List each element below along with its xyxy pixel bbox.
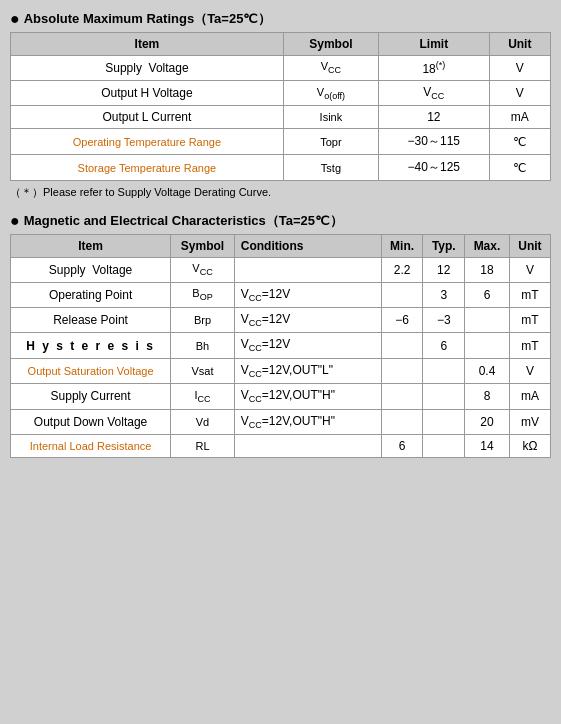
table2-header-conditions: Conditions xyxy=(234,235,381,258)
row2-symbol: Vo(off) xyxy=(283,81,378,106)
t2-row2-unit: mT xyxy=(509,282,550,307)
t2-row6-symbol: ICC xyxy=(171,384,235,409)
section1-title: ● Absolute Maximum Ratings（Ta=25℃） xyxy=(10,10,551,28)
section1-note: （＊）Please refer to Supply Voltage Derati… xyxy=(10,185,551,200)
t2-row2-max: 6 xyxy=(465,282,510,307)
row5-symbol: Tstg xyxy=(283,155,378,181)
table2-header-typ: Typ. xyxy=(423,235,465,258)
row2-item: Output H Voltage xyxy=(11,81,284,106)
t2-row2-cond: VCC=12V xyxy=(234,282,381,307)
table-row: Output H Voltage Vo(off) VCC V xyxy=(11,81,551,106)
t2-row6-min xyxy=(381,384,423,409)
row3-item: Output L Current xyxy=(11,106,284,129)
row1-item: Supply Voltage xyxy=(11,56,284,81)
table-row: Supply Voltage VCC 2.2 12 18 V xyxy=(11,258,551,282)
row5-unit: ℃ xyxy=(489,155,550,181)
t2-row3-symbol: Brp xyxy=(171,307,235,332)
t2-row6-item: Supply Current xyxy=(11,384,171,409)
row1-unit: V xyxy=(489,56,550,81)
t2-row8-typ xyxy=(423,434,465,457)
t2-row5-cond: VCC=12V,OUT"L" xyxy=(234,358,381,383)
t2-row4-unit: mT xyxy=(509,333,550,358)
t2-row5-typ xyxy=(423,358,465,383)
table2-header-unit: Unit xyxy=(509,235,550,258)
t2-row5-max: 0.4 xyxy=(465,358,510,383)
t2-row1-typ: 12 xyxy=(423,258,465,282)
t2-row4-item: H y s t e r e s i s xyxy=(11,333,171,358)
t2-row7-item: Output Down Voltage xyxy=(11,409,171,434)
row2-limit: VCC xyxy=(379,81,490,106)
t2-row8-item: Internal Load Resistance xyxy=(11,434,171,457)
t2-row3-unit: mT xyxy=(509,307,550,332)
t2-row8-cond xyxy=(234,434,381,457)
t2-row3-item: Release Point xyxy=(11,307,171,332)
t2-row7-typ xyxy=(423,409,465,434)
t2-row8-symbol: RL xyxy=(171,434,235,457)
t2-row2-item: Operating Point xyxy=(11,282,171,307)
t2-row6-typ xyxy=(423,384,465,409)
section1: ● Absolute Maximum Ratings（Ta=25℃） Item … xyxy=(10,10,551,200)
t2-row1-cond xyxy=(234,258,381,282)
t2-row3-max xyxy=(465,307,510,332)
table1-header-symbol: Symbol xyxy=(283,33,378,56)
table1-header-limit: Limit xyxy=(379,33,490,56)
table-row: Supply Current ICC VCC=12V,OUT"H" 8 mA xyxy=(11,384,551,409)
row3-limit: 12 xyxy=(379,106,490,129)
row4-limit: −30～115 xyxy=(379,129,490,155)
row4-symbol: Topr xyxy=(283,129,378,155)
t2-row7-unit: mV xyxy=(509,409,550,434)
t2-row4-symbol: Bh xyxy=(171,333,235,358)
t2-row5-item: Output Saturation Voltage xyxy=(11,358,171,383)
table-row: Output Down Voltage Vd VCC=12V,OUT"H" 20… xyxy=(11,409,551,434)
t2-row8-unit: kΩ xyxy=(509,434,550,457)
table-row: Storage Temperature Range Tstg −40～125 ℃ xyxy=(11,155,551,181)
section2-title: ● Magnetic and Electrical Characteristic… xyxy=(10,212,551,230)
section2: ● Magnetic and Electrical Characteristic… xyxy=(10,212,551,458)
table-row: Release Point Brp VCC=12V −6 −3 mT xyxy=(11,307,551,332)
t2-row1-item: Supply Voltage xyxy=(11,258,171,282)
row1-limit: 18(*) xyxy=(379,56,490,81)
table-row: Output L Current Isink 12 mA xyxy=(11,106,551,129)
t2-row5-unit: V xyxy=(509,358,550,383)
t2-row3-min: −6 xyxy=(381,307,423,332)
t2-row5-min xyxy=(381,358,423,383)
t2-row5-symbol: Vsat xyxy=(171,358,235,383)
t2-row1-max: 18 xyxy=(465,258,510,282)
t2-row7-max: 20 xyxy=(465,409,510,434)
row5-limit: −40～125 xyxy=(379,155,490,181)
table-row: Internal Load Resistance RL 6 14 kΩ xyxy=(11,434,551,457)
t2-row4-max xyxy=(465,333,510,358)
table2-header-max: Max. xyxy=(465,235,510,258)
table1: Item Symbol Limit Unit Supply Voltage VC… xyxy=(10,32,551,181)
t2-row3-typ: −3 xyxy=(423,307,465,332)
table2-header-item: Item xyxy=(11,235,171,258)
t2-row2-typ: 3 xyxy=(423,282,465,307)
t2-row3-cond: VCC=12V xyxy=(234,307,381,332)
t2-row1-unit: V xyxy=(509,258,550,282)
table-row: Output Saturation Voltage Vsat VCC=12V,O… xyxy=(11,358,551,383)
t2-row7-cond: VCC=12V,OUT"H" xyxy=(234,409,381,434)
table2-header-min: Min. xyxy=(381,235,423,258)
bullet2: ● xyxy=(10,212,20,230)
table2-header-symbol: Symbol xyxy=(171,235,235,258)
row4-unit: ℃ xyxy=(489,129,550,155)
t2-row7-symbol: Vd xyxy=(171,409,235,434)
t2-row4-cond: VCC=12V xyxy=(234,333,381,358)
t2-row4-min xyxy=(381,333,423,358)
t2-row1-symbol: VCC xyxy=(171,258,235,282)
t2-row6-unit: mA xyxy=(509,384,550,409)
table-row: Operating Point BOP VCC=12V 3 6 mT xyxy=(11,282,551,307)
t2-row2-min xyxy=(381,282,423,307)
t2-row4-typ: 6 xyxy=(423,333,465,358)
table1-header-item: Item xyxy=(11,33,284,56)
table-row: H y s t e r e s i s Bh VCC=12V 6 mT xyxy=(11,333,551,358)
table-row: Supply Voltage VCC 18(*) V xyxy=(11,56,551,81)
table1-header-unit: Unit xyxy=(489,33,550,56)
t2-row8-max: 14 xyxy=(465,434,510,457)
t2-row6-max: 8 xyxy=(465,384,510,409)
t2-row8-min: 6 xyxy=(381,434,423,457)
t2-row7-min xyxy=(381,409,423,434)
table-row: Operating Temperature Range Topr −30～115… xyxy=(11,129,551,155)
t2-row6-cond: VCC=12V,OUT"H" xyxy=(234,384,381,409)
row2-unit: V xyxy=(489,81,550,106)
